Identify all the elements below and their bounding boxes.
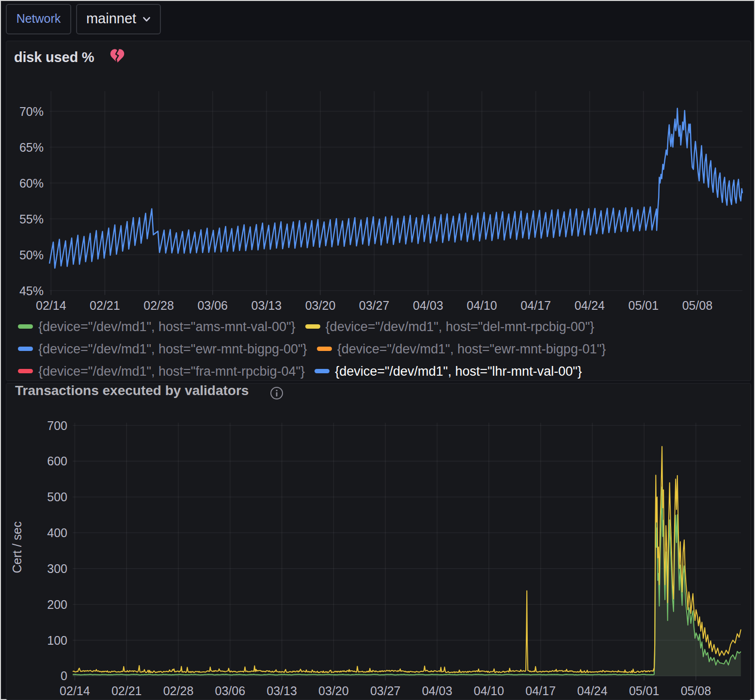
svg-text:700: 700: [47, 419, 67, 432]
svg-text:04/10: 04/10: [474, 684, 504, 698]
svg-text:Cert / sec: Cert / sec: [10, 522, 24, 573]
svg-text:03/06: 03/06: [215, 684, 246, 698]
svg-text:05/08: 05/08: [681, 684, 711, 698]
svg-text:300: 300: [47, 562, 67, 575]
svg-text:02/28: 02/28: [163, 684, 194, 698]
svg-text:100: 100: [47, 634, 67, 647]
svg-text:0: 0: [61, 669, 67, 683]
svg-text:05/01: 05/01: [629, 684, 660, 698]
svg-text:400: 400: [47, 526, 67, 540]
svg-text:03/13: 03/13: [267, 684, 297, 698]
svg-text:04/03: 04/03: [422, 684, 453, 698]
svg-text:600: 600: [47, 454, 67, 468]
svg-text:03/20: 03/20: [318, 684, 349, 698]
svg-text:04/24: 04/24: [577, 684, 608, 698]
svg-text:200: 200: [47, 598, 67, 611]
svg-text:02/14: 02/14: [60, 684, 90, 698]
svg-text:500: 500: [47, 490, 67, 504]
svg-text:02/21: 02/21: [111, 684, 142, 698]
svg-text:04/17: 04/17: [525, 684, 556, 698]
svg-text:03/27: 03/27: [370, 684, 401, 698]
